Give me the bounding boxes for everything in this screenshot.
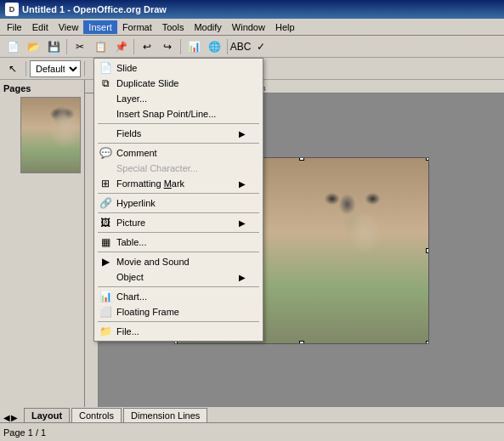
menu-item-formatting-mark[interactable]: ⊞ Formatting Mark ▶	[94, 176, 263, 191]
menu-item-slide[interactable]: 📄 Slide	[94, 60, 263, 76]
menu-window[interactable]: Window	[227, 20, 270, 34]
handle-bm[interactable]	[299, 341, 304, 344]
menu-item-table[interactable]: ▦ Table...	[94, 235, 263, 250]
status-bar: Page 1 / 1	[0, 422, 504, 441]
menu-item-table-label: Table...	[116, 237, 146, 247]
menu-item-picture-label: Picture	[116, 218, 145, 228]
menu-item-object[interactable]: Object ▶	[94, 269, 263, 285]
menu-item-object-label: Object	[116, 272, 144, 282]
sep-7	[98, 286, 259, 287]
open-button[interactable]: 📂	[24, 37, 42, 56]
select-button[interactable]: ↖	[3, 59, 22, 78]
page-thumb-wrapper: 1	[20, 97, 81, 173]
spell-button[interactable]: ABC	[231, 37, 250, 56]
menu-modify[interactable]: Modify	[189, 20, 226, 34]
menu-item-picture[interactable]: 🖼 Picture ▶	[94, 215, 263, 230]
tab-controls[interactable]: Controls	[71, 408, 122, 422]
save-button[interactable]: 💾	[44, 37, 63, 56]
slide-icon: 📄	[98, 60, 113, 76]
snap-icon	[98, 106, 113, 122]
menu-item-layer[interactable]: Layer...	[94, 91, 263, 106]
copy-button[interactable]: 📋	[91, 37, 110, 56]
menu-help[interactable]: Help	[270, 20, 300, 34]
object-arrow: ▶	[239, 273, 246, 282]
sep-1	[98, 123, 259, 124]
menu-item-comment-label: Comment	[116, 148, 157, 158]
handle-tr[interactable]	[426, 157, 429, 161]
menu-item-comment[interactable]: 💬 Comment	[94, 145, 263, 161]
handle-mr[interactable]	[426, 248, 429, 253]
toolbar-sep-3	[180, 39, 181, 54]
sep-5	[98, 232, 259, 233]
status-text: Page 1 / 1	[3, 427, 46, 438]
menu-item-file[interactable]: 📁 File...	[94, 324, 263, 339]
page-thumbnail[interactable]	[20, 97, 81, 173]
chart-icon: 📊	[98, 289, 113, 304]
menu-item-chart-label: Chart...	[116, 291, 147, 302]
menu-item-movie-label: Movie and Sound	[116, 257, 190, 267]
menu-item-layer-label: Layer...	[116, 93, 147, 104]
menu-item-chart[interactable]: 📊 Chart...	[94, 289, 263, 304]
menu-item-floating-frame[interactable]: ⬜ Floating Frame	[94, 304, 263, 319]
menu-item-file-label: File...	[116, 326, 139, 336]
sep-6	[98, 252, 259, 252]
menu-item-snap[interactable]: Insert Snap Point/Line...	[94, 106, 263, 122]
menu-item-formatting-mark-label: Formatting Mark	[116, 178, 184, 189]
redo-button[interactable]: ↪	[158, 37, 177, 56]
toolbar-sep-2	[133, 39, 134, 54]
hyperlink-icon: 🔗	[98, 195, 113, 211]
floating-frame-icon: ⬜	[98, 304, 113, 319]
menu-insert[interactable]: Insert	[83, 20, 117, 34]
fields-icon	[98, 126, 113, 141]
menu-item-special-char[interactable]: Special Character...	[94, 161, 263, 176]
autocorrect-button[interactable]: ✓	[252, 37, 270, 56]
menu-item-fields-label: Fields	[116, 128, 141, 139]
object-icon	[98, 269, 113, 285]
chart-button[interactable]: 📊	[184, 37, 203, 56]
tabs-scroll-left[interactable]: ◀	[3, 413, 10, 422]
picture-arrow: ▶	[239, 218, 246, 228]
menu-item-fields[interactable]: Fields ▶	[94, 126, 263, 141]
handle-br[interactable]	[426, 341, 429, 344]
cut-button[interactable]: ✂	[71, 37, 89, 56]
pages-label: Pages	[3, 83, 81, 93]
layer-icon	[98, 91, 113, 106]
sep-3	[98, 193, 259, 194]
tab-dimension-lines[interactable]: Dimension Lines	[123, 408, 207, 422]
menu-item-duplicate-slide[interactable]: ⧉ Duplicate Slide	[94, 76, 263, 91]
style-combo[interactable]: Default	[30, 60, 81, 77]
title-bar: D Untitled 1 - OpenOffice.org Draw	[0, 0, 504, 19]
menu-item-slide-label: Slide	[116, 63, 137, 73]
fields-arrow: ▶	[239, 129, 246, 139]
toolbar-sep-4	[227, 39, 228, 54]
pages-panel: Pages 1	[0, 80, 85, 407]
menu-view[interactable]: View	[54, 20, 84, 34]
menu-bar: File Edit View Insert Format Tools Modif…	[0, 19, 504, 36]
toolbar-sep-1	[66, 39, 67, 54]
web-button[interactable]: 🌐	[205, 37, 224, 56]
tabs-nav: ◀ ▶ Layout Controls Dimension Lines	[0, 407, 504, 422]
menu-tools[interactable]: Tools	[157, 20, 190, 34]
app-icon: D	[5, 3, 19, 16]
undo-button[interactable]: ↩	[138, 37, 156, 56]
menu-format[interactable]: Format	[117, 20, 157, 34]
handle-tm[interactable]	[299, 157, 304, 161]
window-title: Untitled 1 - OpenOffice.org Draw	[22, 4, 167, 14]
menu-item-duplicate-label: Duplicate Slide	[116, 78, 178, 88]
paste-button[interactable]: 📌	[111, 37, 130, 56]
sep-2	[98, 143, 259, 144]
picture-icon: 🖼	[98, 215, 113, 230]
menu-item-movie-sound[interactable]: ▶ Movie and Sound	[94, 254, 263, 269]
menu-item-hyperlink[interactable]: 🔗 Hyperlink	[94, 195, 263, 211]
new-button[interactable]: 📄	[3, 37, 22, 56]
tabs-scroll-right[interactable]: ▶	[11, 413, 18, 422]
menu-item-snap-label: Insert Snap Point/Line...	[116, 109, 216, 119]
insert-dropdown-menu: 📄 Slide ⧉ Duplicate Slide Layer... Inser…	[93, 58, 263, 342]
tab-layout[interactable]: Layout	[24, 408, 70, 422]
menu-item-special-char-label: Special Character...	[116, 163, 198, 173]
formatting-mark-icon: ⊞	[98, 176, 113, 191]
menu-file[interactable]: File	[2, 20, 27, 34]
comment-icon: 💬	[98, 145, 113, 161]
menu-edit[interactable]: Edit	[27, 20, 54, 34]
menu-item-hyperlink-label: Hyperlink	[116, 198, 156, 208]
